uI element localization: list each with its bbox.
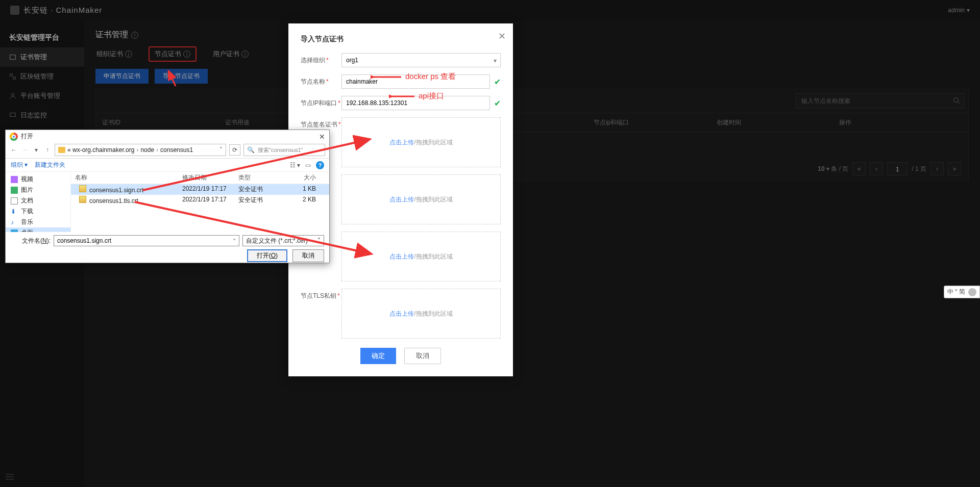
search-icon: 🔍 (247, 146, 255, 153)
label-node-name: 节点名称 (301, 78, 325, 85)
chrome-icon (10, 133, 18, 141)
upload-sign-cert-1[interactable]: 点击上传/拖拽到此区域 (341, 117, 501, 167)
file-type: 安全证书 (238, 196, 289, 204)
folder-icon (58, 147, 65, 153)
upload-hint: /拖拽到此区域 (414, 310, 452, 317)
filedlg-close-button[interactable]: ✕ (319, 133, 325, 141)
help-icon[interactable]: ? (316, 161, 324, 169)
picture-icon (11, 187, 18, 194)
desktop-icon (11, 229, 18, 233)
upload-link: 点击上传 (389, 253, 414, 260)
file-date: 2022/1/19 17:17 (182, 196, 238, 204)
upload-hint: /拖拽到此区域 (414, 139, 452, 146)
refresh-button[interactable]: ⟳ (229, 144, 240, 156)
tree-item[interactable]: 桌面 (6, 227, 70, 232)
filedlg-open-button[interactable]: 打开(O) (247, 249, 287, 262)
folder-tree: 视频 图片 文档 ⬇下载 ♪音乐 桌面 (6, 172, 71, 232)
path-sep-icon: › (136, 146, 138, 153)
path-seg[interactable]: consensus1 (160, 146, 193, 153)
cert-file-icon (79, 185, 86, 192)
document-icon (11, 197, 18, 204)
tree-label: 视频 (21, 175, 33, 184)
filedlg-title-text: 打开 (21, 132, 33, 141)
tree-item[interactable]: 视频 (6, 174, 70, 185)
modal-cancel-button[interactable]: 取消 (404, 348, 441, 364)
tree-item[interactable]: 文档 (6, 195, 70, 206)
upload-hint: /拖拽到此区域 (414, 196, 452, 203)
filename-input-wrap[interactable]: ˅ (54, 235, 239, 246)
upload-sign-cert-2[interactable]: 点击上传/拖拽到此区域 (341, 174, 501, 224)
file-open-dialog: 打开 ✕ ← → ▾ ↑ « wx-org.chainmaker.org › n… (5, 130, 330, 263)
toolbar-newfolder[interactable]: 新建文件夹 (35, 161, 65, 169)
ime-text: 中 ° 简 (947, 288, 965, 296)
music-icon: ♪ (11, 219, 18, 226)
tree-item[interactable]: 图片 (6, 185, 70, 195)
modal-title: 导入节点证书 (301, 35, 501, 44)
file-name: consensus1.tls.crt (89, 197, 138, 204)
valid-icon: ✔ (494, 98, 501, 108)
file-date: 2022/1/19 17:17 (182, 185, 238, 194)
label-sign-cert: 节点签名证书 (301, 121, 337, 128)
path-seg[interactable]: node (140, 146, 154, 153)
chevron-down-icon[interactable]: ˅ (233, 238, 236, 245)
col-type[interactable]: 类型 (238, 173, 289, 182)
chevron-down-icon[interactable]: ˅ (219, 146, 223, 153)
view-mode-icon[interactable]: ☷ ▾ (290, 162, 300, 169)
upload-link: 点击上传 (389, 310, 414, 317)
filename-input[interactable] (57, 236, 236, 246)
modal-close-button[interactable]: ✕ (498, 31, 506, 42)
valid-icon: ✔ (494, 77, 501, 87)
col-size[interactable]: 大小 (289, 173, 320, 182)
filedlg-search-placeholder: 搜索"consensus1" (258, 146, 303, 154)
file-list-header: 名称 修改日期 类型 大小 (71, 172, 329, 184)
preview-pane-icon[interactable]: ▭ (305, 162, 311, 169)
tree-item[interactable]: ⬇下载 (6, 206, 70, 217)
path-sep-icon: › (156, 146, 158, 153)
col-date[interactable]: 修改日期 (182, 173, 238, 182)
filedlg-cancel-button[interactable]: 取消 (292, 249, 324, 262)
nav-fwd-icon[interactable]: → (21, 146, 29, 153)
modal-ok-button[interactable]: 确定 (360, 348, 396, 364)
filter-text: 自定义文件 (*.crt;*.cer) (246, 237, 308, 245)
chevron-down-icon: ˅ (317, 237, 321, 244)
filename-label: 文件名(N): (11, 237, 51, 245)
cert-file-icon (79, 196, 86, 203)
ime-indicator[interactable]: 中 ° 简 (944, 286, 980, 298)
toolbar-organize[interactable]: 组织 ▾ (11, 161, 28, 169)
upload-hint: /拖拽到此区域 (414, 253, 452, 260)
org-select[interactable]: org1 (341, 53, 501, 67)
video-icon (11, 176, 18, 183)
nav-recent-icon[interactable]: ▾ (32, 146, 40, 153)
tree-item[interactable]: ♪音乐 (6, 217, 70, 227)
upload-link: 点击上传 (389, 139, 414, 146)
ime-mascot-icon (968, 288, 976, 296)
node-ipport-input[interactable] (341, 96, 490, 110)
tree-label: 桌面 (21, 228, 33, 232)
download-icon: ⬇ (11, 208, 18, 215)
file-type-filter[interactable]: 自定义文件 (*.crt;*.cer)˅ (242, 235, 324, 246)
label-tls-key: 节点TLS私钥 (301, 292, 336, 299)
node-name-input[interactable] (341, 74, 490, 89)
upload-tls-key[interactable]: 点击上传/拖拽到此区域 (341, 289, 501, 339)
upload-link: 点击上传 (389, 196, 414, 203)
label-org: 选择组织 (301, 57, 325, 64)
tree-label: 文档 (21, 196, 33, 205)
file-row[interactable]: consensus1.tls.crt 2022/1/19 17:17 安全证书 … (71, 195, 329, 206)
col-name[interactable]: 名称 (71, 173, 182, 182)
tree-label: 下载 (21, 207, 33, 216)
path-bar[interactable]: « wx-org.chainmaker.org › node › consens… (55, 144, 226, 156)
file-list: 名称 修改日期 类型 大小 consensus1.sign.crt 2022/1… (71, 172, 329, 232)
tree-label: 音乐 (21, 218, 33, 226)
file-size: 1 KB (289, 185, 320, 194)
filedlg-search[interactable]: 🔍 搜索"consensus1" (243, 144, 325, 156)
file-name: consensus1.sign.crt (89, 187, 143, 194)
upload-sign-cert-3[interactable]: 点击上传/拖拽到此区域 (341, 232, 501, 281)
file-row[interactable]: consensus1.sign.crt 2022/1/19 17:17 安全证书… (71, 184, 329, 195)
tree-label: 图片 (21, 186, 33, 194)
label-ipport: 节点IP和端口 (301, 99, 337, 107)
nav-up-icon[interactable]: ↑ (43, 146, 52, 153)
path-prefix: « wx-org.chainmaker.org (67, 146, 134, 153)
nav-back-icon[interactable]: ← (10, 146, 18, 153)
file-type: 安全证书 (238, 185, 289, 194)
file-size: 2 KB (289, 196, 320, 204)
